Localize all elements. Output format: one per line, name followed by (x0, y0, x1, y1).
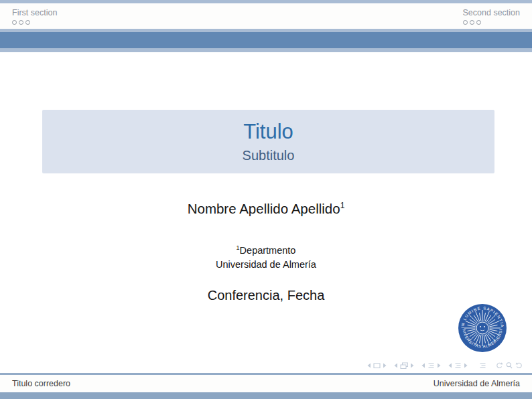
institute-university: Universidad de Almería (0, 258, 532, 272)
prev-section-icon[interactable] (447, 362, 453, 370)
conference-date: Conferencia, Fecha (0, 288, 532, 303)
slide-dot-icon[interactable] (19, 20, 23, 25)
second-section-label[interactable]: Second section (463, 8, 520, 17)
search-icon[interactable] (505, 362, 513, 370)
footer-institute: Universidad de Almería (434, 379, 520, 388)
slide-dot-icon[interactable] (12, 20, 17, 25)
subsection-list-icon[interactable] (427, 362, 436, 370)
prev-frame-icon[interactable] (366, 362, 372, 370)
footer-short-title: Titulo corredero (12, 379, 70, 388)
next-section-icon[interactable] (463, 362, 469, 370)
page-subtitle: Subtitulo (243, 148, 295, 163)
frame-icon[interactable] (373, 362, 381, 370)
beamer-title-slide: First section Second section Titulo Subt… (0, 0, 532, 399)
page-title: Titulo (243, 121, 293, 143)
back-icon[interactable] (495, 362, 503, 370)
beamer-navigation-bar (366, 361, 523, 370)
seal-sun-eye (484, 326, 485, 327)
institute-department-line: 1Departmento (0, 241, 532, 258)
header-band-light-bottom (0, 48, 532, 52)
institute-block: 1Departmento Universidad de Almería (0, 241, 532, 272)
section-header: First section Second section (0, 3, 532, 29)
seal-sun-eye (480, 326, 481, 327)
author-line: Nombre Apellido Apellido1 (0, 201, 532, 217)
document-icon[interactable] (478, 362, 487, 370)
sidebar-item-first-section[interactable]: First section (12, 8, 57, 25)
prev-subsection-icon[interactable] (420, 362, 426, 370)
second-section-progress-dots (463, 20, 520, 25)
first-section-label[interactable]: First section (12, 8, 57, 17)
author-name: Nombre Apellido Apellido (188, 201, 340, 216)
sidebar-item-second-section[interactable]: Second section (463, 8, 520, 25)
author-footnote-mark: 1 (340, 201, 345, 210)
next-slide-icon[interactable] (409, 362, 415, 370)
slide-dot-icon[interactable] (476, 20, 481, 25)
title-box: Titulo Subtitulo (42, 110, 494, 173)
bottom-accent-bar (0, 392, 532, 399)
universidad-de-almeria-seal-logo: IN LUMINE SAPIENTIA UNIVERSITAS ALMERIEN… (457, 302, 508, 354)
first-section-progress-dots (12, 20, 57, 25)
slide-dot-icon[interactable] (470, 20, 474, 25)
footline: Titulo corredero Universidad de Almería (0, 375, 532, 392)
seal-sun-face (476, 322, 488, 334)
next-frame-icon[interactable] (382, 362, 388, 370)
prev-slide-icon[interactable] (393, 362, 399, 370)
forward-icon[interactable] (515, 362, 523, 370)
section-list-icon[interactable] (454, 362, 462, 370)
slide-dot-icon[interactable] (25, 20, 30, 25)
next-subsection-icon[interactable] (436, 362, 442, 370)
slides-icon[interactable] (399, 362, 409, 370)
institute-department: Departmento (240, 245, 296, 256)
slide-dot-icon[interactable] (463, 20, 468, 25)
header-band-blue (0, 32, 532, 48)
